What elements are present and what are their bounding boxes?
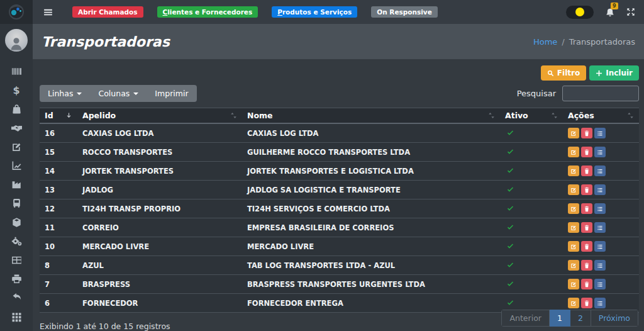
cell-id: 15 xyxy=(40,143,77,162)
sidebar-item-print[interactable] xyxy=(0,274,33,284)
rows-dropdown-button[interactable]: Linhas xyxy=(40,85,90,102)
sidebar-item-billing[interactable]: $ xyxy=(0,85,33,96)
trash-icon xyxy=(584,225,590,231)
pagination-page-1[interactable]: 1 xyxy=(550,310,570,327)
edit-button[interactable] xyxy=(568,279,579,289)
pagination-page-2[interactable]: 2 xyxy=(570,310,591,327)
edit-button[interactable] xyxy=(568,241,579,252)
delete-button[interactable] xyxy=(581,260,592,271)
edit-button[interactable] xyxy=(568,147,579,157)
details-button[interactable] xyxy=(594,147,606,157)
edit-button[interactable] xyxy=(568,166,579,176)
filter-button[interactable]: Filtro xyxy=(541,65,586,81)
delete-button[interactable] xyxy=(581,241,592,252)
delete-button[interactable] xyxy=(581,203,592,214)
print-button[interactable]: Imprimir xyxy=(147,85,196,102)
sidebar-item-tables[interactable] xyxy=(0,255,33,266)
table-row: 12 TI24H TRANSP PROPRIO TI24H SERVIÇOS E… xyxy=(40,199,639,218)
delete-button[interactable] xyxy=(581,147,592,157)
details-button[interactable] xyxy=(594,241,606,252)
active-check-icon xyxy=(506,280,514,288)
details-button[interactable] xyxy=(594,298,606,308)
header-ativo[interactable]: Ativo xyxy=(500,108,563,124)
details-button[interactable] xyxy=(594,166,606,176)
top-navbar: Abrir Chamados Clientes e Fornecedores P… xyxy=(33,0,644,24)
cell-acoes xyxy=(563,162,639,181)
sidebar-item-register[interactable] xyxy=(0,142,33,152)
delete-button[interactable] xyxy=(581,222,592,233)
sidebar-item-sales[interactable] xyxy=(0,104,33,115)
delete-button[interactable] xyxy=(581,279,592,289)
edit-button[interactable] xyxy=(568,222,579,233)
sidebar-item-settings[interactable] xyxy=(0,236,33,247)
sidebar-item-back[interactable] xyxy=(0,293,33,303)
header-acoes[interactable]: Ações xyxy=(563,108,639,124)
delete-button[interactable] xyxy=(581,128,592,138)
cell-apelido: JADLOG xyxy=(77,181,242,199)
cell-acoes xyxy=(563,275,639,294)
sidebar-item-apps[interactable] xyxy=(0,311,33,322)
sidebar-item-partners[interactable] xyxy=(0,123,33,133)
details-button[interactable] xyxy=(594,203,606,214)
columns-dropdown-button[interactable]: Colunas xyxy=(90,85,147,102)
header-nome[interactable]: Nome xyxy=(242,108,500,124)
details-button[interactable] xyxy=(594,279,606,289)
app-logo[interactable] xyxy=(0,0,33,24)
cell-nome: EMPRESA BRASILEIRA DE CORREIOS xyxy=(242,218,500,237)
badge-produtos-servicos[interactable]: Produtos e Serviços xyxy=(272,6,357,18)
table-row: 7 BRASPRESS BRASPRESS TRANSPORTES URGENT… xyxy=(40,275,639,294)
header-apelido[interactable]: Apelido xyxy=(77,108,242,124)
sidebar-item-products[interactable] xyxy=(0,217,33,228)
cell-nome: TAB LOG TRANSPORTES LTDA - AZUL xyxy=(242,256,500,275)
list-icon xyxy=(597,149,603,155)
badge-clientes-fornecedores[interactable]: Clientes e Fornecedores xyxy=(157,6,258,18)
delete-button[interactable] xyxy=(581,298,592,308)
breadcrumb-home-link[interactable]: Home xyxy=(533,37,557,47)
search-input[interactable] xyxy=(562,86,639,101)
edit-button[interactable] xyxy=(568,260,579,271)
notifications-button[interactable]: 9 xyxy=(605,7,615,17)
delete-button[interactable] xyxy=(581,184,592,195)
details-button[interactable] xyxy=(594,260,606,271)
cell-acoes xyxy=(563,123,639,143)
badge-on-responsive[interactable]: On Responsive xyxy=(371,6,438,18)
include-button[interactable]: Incluir xyxy=(589,65,639,81)
menu-toggle-button[interactable] xyxy=(43,7,53,18)
theme-toggle[interactable] xyxy=(566,6,594,19)
details-button[interactable] xyxy=(594,184,606,195)
cell-ativo xyxy=(500,199,563,218)
sidebar-item-industry[interactable] xyxy=(0,179,33,190)
sidebar-item-shipping[interactable] xyxy=(0,198,33,209)
filter-button-label: Filtro xyxy=(557,69,580,77)
edit-button[interactable] xyxy=(568,128,579,138)
cell-apelido: AZUL xyxy=(77,256,242,275)
badge-abrir-chamados[interactable]: Abrir Chamados xyxy=(72,6,143,18)
pagination-next[interactable]: Próximo xyxy=(591,310,638,327)
active-check-icon xyxy=(506,148,514,156)
details-button[interactable] xyxy=(594,222,606,233)
edit-icon xyxy=(11,142,22,152)
pagination-previous[interactable]: Anterior xyxy=(501,310,549,327)
caret-down-icon xyxy=(77,93,82,95)
details-button[interactable] xyxy=(594,128,606,138)
shopping-bag-icon xyxy=(11,104,22,115)
delete-button[interactable] xyxy=(581,166,592,176)
cell-ativo xyxy=(500,237,563,256)
box-icon xyxy=(11,217,22,228)
edit-button[interactable] xyxy=(568,184,579,195)
edit-button[interactable] xyxy=(568,298,579,308)
table-header-row: Id Apelido Nome Ativo Ações xyxy=(40,108,639,124)
header-id[interactable]: Id xyxy=(40,108,77,124)
cell-apelido: BRASPRESS xyxy=(77,275,242,294)
cell-apelido: JORTEK TRANSPORTES xyxy=(77,162,242,181)
list-icon xyxy=(597,225,603,231)
list-icon xyxy=(597,244,603,250)
fullscreen-button[interactable] xyxy=(626,8,635,16)
user-avatar[interactable] xyxy=(5,29,28,52)
trash-icon xyxy=(584,281,590,288)
cell-id: 8 xyxy=(40,256,77,275)
edit-icon xyxy=(570,244,577,250)
edit-button[interactable] xyxy=(568,203,579,214)
sidebar-item-barcode[interactable] xyxy=(0,66,33,77)
sidebar-item-reports[interactable] xyxy=(0,160,33,171)
